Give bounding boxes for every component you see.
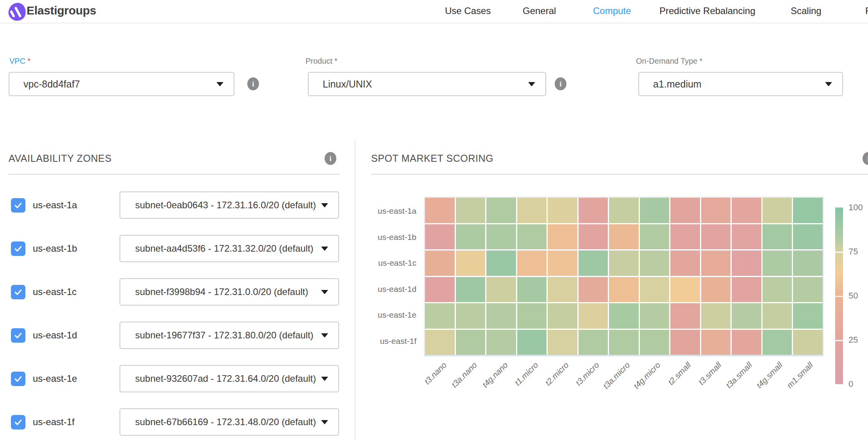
subnet-select[interactable]: subnet-19677f37 - 172.31.80.0/20 (defaul… — [120, 322, 339, 349]
heatmap-row-label-us-east-1c: us-east-1c — [350, 258, 416, 268]
zone-checkbox-us-east-1b[interactable] — [11, 241, 25, 256]
heatmap-cell-us-east-1c-t3.small — [701, 250, 731, 276]
heatmap-cell-us-east-1c-t3.nano — [425, 250, 455, 276]
zone-checkbox-us-east-1f[interactable] — [11, 415, 25, 429]
heatmap-cell-us-east-1e-t4g.micro — [640, 303, 670, 329]
checkmark-icon — [13, 287, 23, 297]
colorbar-tick-50: 50 — [848, 291, 858, 301]
chevron-down-icon — [825, 82, 832, 86]
heatmap-cell-us-east-1b-m1.small — [793, 224, 823, 250]
heatmap-cell-us-east-1d-t1.micro — [517, 277, 547, 302]
heatmap-cell-us-east-1f-t3a.small — [732, 330, 761, 355]
tab-compute[interactable]: Compute — [593, 0, 631, 22]
on-demand-type-select[interactable]: a1.medium — [638, 72, 843, 96]
heatmap-cell-us-east-1c-t3a.small — [732, 250, 761, 276]
heatmap-cell-us-east-1f-t2.small — [670, 330, 700, 355]
heatmap-cell-us-east-1a-t1.micro — [517, 198, 547, 223]
on-demand-type-field-label: On-Demand Type* — [636, 57, 702, 66]
heatmap-cell-us-east-1a-t3a.small — [732, 198, 761, 223]
heatmap-cell-us-east-1c-t3a.nano — [456, 250, 486, 276]
tab-general[interactable]: General — [523, 0, 556, 22]
availability-zone-row: us-east-1a subnet-0eab0643 - 172.31.16.0… — [0, 191, 355, 219]
heatmap-cell-us-east-1c-t4g.small — [763, 250, 792, 276]
subnet-select[interactable]: subnet-932607ad - 172.31.64.0/20 (defaul… — [120, 365, 339, 392]
heatmap-grid — [425, 198, 823, 355]
heatmap-colorbar — [835, 207, 843, 384]
heatmap-col-label-t4g.nano: t4g.nano — [480, 360, 510, 390]
zone-checkbox-us-east-1a[interactable] — [11, 198, 25, 213]
product-select-value: Linux/UNIX — [323, 79, 528, 90]
heatmap-cell-us-east-1d-t4g.micro — [640, 277, 670, 302]
heatmap-col-label-m1.small: m1.small — [785, 360, 815, 390]
heatmap-cell-us-east-1a-t4g.small — [763, 198, 792, 223]
spot-logo-icon — [7, 2, 27, 22]
colorbar-tick-100: 100 — [848, 202, 863, 213]
heatmap-cell-us-east-1e-m1.small — [793, 303, 823, 329]
chevron-down-icon — [321, 333, 328, 338]
colorbar-tick-25: 25 — [848, 335, 858, 345]
heatmap-col-label-t4g.small: t4g.small — [755, 360, 784, 390]
chevron-down-icon — [321, 290, 328, 294]
heatmap-cell-us-east-1c-t3.micro — [579, 250, 608, 276]
availability-zones-info-icon[interactable]: i — [325, 152, 336, 165]
spot-market-scoring-divider — [371, 174, 868, 175]
subnet-select[interactable]: subnet-67b66169 - 172.31.48.0/20 (defaul… — [120, 408, 339, 436]
vpc-select[interactable]: vpc-8dd4faf7 — [9, 72, 234, 96]
heatmap-cell-us-east-1c-t4g.nano — [486, 250, 516, 276]
product-info-icon[interactable]: i — [555, 77, 566, 90]
subnet-select[interactable]: subnet-0eab0643 - 172.31.16.0/20 (defaul… — [120, 191, 339, 219]
heatmap-cell-us-east-1c-t4g.micro — [640, 250, 670, 276]
colorbar-separator — [835, 252, 843, 253]
heatmap-cell-us-east-1e-t1.micro — [517, 303, 547, 329]
tab-predictive-rebalancing[interactable]: Predictive Rebalancing — [659, 0, 755, 22]
subnet-select[interactable]: subnet-f3998b94 - 172.31.0.0/20 (default… — [120, 278, 339, 306]
spot-market-scoring-info-icon[interactable]: i — [863, 152, 868, 165]
zone-name-label: us-east-1a — [33, 191, 77, 219]
heatmap-cell-us-east-1e-t2.micro — [548, 303, 577, 329]
zone-name-label: us-east-1d — [33, 322, 77, 349]
checkmark-icon — [13, 244, 23, 254]
availability-zone-row: us-east-1b subnet-aa4d53f6 - 172.31.32.0… — [0, 235, 355, 262]
heatmap-cell-us-east-1d-t3.micro — [579, 277, 608, 302]
heatmap-col-label-t3a.nano: t3a.nano — [450, 360, 479, 390]
chevron-down-icon — [216, 82, 223, 86]
vpc-info-icon[interactable]: i — [247, 77, 259, 90]
heatmap-col-label-t3.micro: t3.micro — [574, 360, 601, 388]
product-select[interactable]: Linux/UNIX — [308, 72, 546, 96]
heatmap-cell-us-east-1e-t3.small — [701, 303, 731, 329]
subnet-select[interactable]: subnet-aa4d53f6 - 172.31.32.0/20 (defaul… — [120, 235, 339, 262]
heatmap-cell-us-east-1f-t4g.micro — [640, 330, 670, 355]
heatmap-cell-us-east-1f-t4g.nano — [486, 330, 516, 355]
heatmap-cell-us-east-1a-t2.micro — [548, 198, 577, 223]
heatmap-cell-us-east-1f-t4g.small — [763, 330, 792, 355]
tab-review[interactable]: Review — [865, 0, 868, 22]
subnet-select-value: subnet-0eab0643 - 172.31.16.0/20 (defaul… — [135, 200, 321, 211]
zone-name-label: us-east-1f — [33, 408, 75, 436]
zone-checkbox-us-east-1e[interactable] — [11, 372, 25, 386]
subnet-select-value: subnet-932607ad - 172.31.64.0/20 (defaul… — [135, 373, 321, 384]
heatmap-col-label-t2.micro: t2.micro — [543, 360, 571, 388]
page-title: Elastigroups — [27, 4, 96, 17]
colorbar-tick-75: 75 — [848, 247, 858, 257]
checkmark-icon — [13, 200, 23, 210]
heatmap-cell-us-east-1d-t4g.small — [763, 277, 792, 302]
zone-checkbox-us-east-1d[interactable] — [11, 328, 25, 343]
subnet-select-value: subnet-f3998b94 - 172.31.0.0/20 (default… — [135, 286, 321, 297]
spot-market-scoring-heatmap — [424, 197, 824, 356]
colorbar-tick-0: 0 — [848, 379, 853, 389]
availability-zones-divider — [9, 174, 340, 175]
heatmap-cell-us-east-1c-t2.small — [670, 250, 700, 276]
heatmap-cell-us-east-1e-t4g.nano — [486, 303, 516, 329]
heatmap-cell-us-east-1d-t4g.nano — [486, 277, 516, 302]
colorbar-separator — [835, 340, 843, 341]
heatmap-cell-us-east-1a-t3a.micro — [609, 198, 639, 223]
heatmap-row-label-us-east-1f: us-east-1f — [350, 336, 416, 346]
chevron-down-icon — [321, 377, 328, 381]
heatmap-cell-us-east-1b-t3.micro — [579, 224, 608, 250]
zone-checkbox-us-east-1c[interactable] — [11, 285, 25, 299]
heatmap-row-label-us-east-1a: us-east-1a — [350, 206, 416, 216]
tab-use-cases[interactable]: Use Cases — [445, 0, 491, 22]
heatmap-cell-us-east-1d-t2.small — [670, 277, 700, 302]
heatmap-cell-us-east-1a-t3.small — [701, 198, 731, 223]
tab-scaling[interactable]: Scaling — [791, 0, 822, 22]
